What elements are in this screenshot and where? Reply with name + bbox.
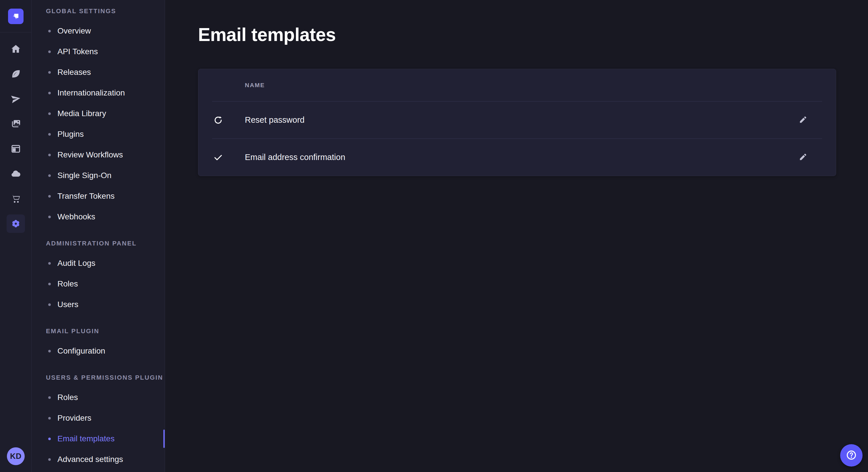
bullet-icon: [48, 174, 51, 177]
icon-rail: KD: [0, 0, 32, 472]
sidebar-item-review-workflows[interactable]: Review Workflows: [32, 144, 165, 165]
settings-icon[interactable]: [7, 214, 25, 233]
bullet-icon: [48, 195, 51, 198]
sidebar-item-audit-logs[interactable]: Audit Logs: [32, 253, 165, 274]
pencil-icon[interactable]: [795, 112, 811, 128]
main-content: Email templates NAME Reset password: [165, 0, 868, 472]
rail-divider: [0, 32, 32, 32]
check-icon: [212, 151, 224, 164]
sidebar-item-advanced-settings[interactable]: Advanced settings: [32, 449, 165, 470]
sidebar-item-admin-users[interactable]: Users: [32, 294, 165, 315]
bullet-icon: [48, 50, 51, 53]
sidebar-item-admin-roles[interactable]: Roles: [32, 274, 165, 294]
question-mark-icon: [846, 450, 857, 461]
section-title-global-settings: GLOBAL SETTINGS: [32, 7, 165, 15]
template-name: Reset password: [245, 115, 305, 125]
bullet-icon: [48, 283, 51, 285]
sidebar-item-providers[interactable]: Providers: [32, 408, 165, 429]
sidebar-item-overview[interactable]: Overview: [32, 21, 165, 41]
bullet-icon: [48, 350, 51, 352]
bullet-icon: [48, 458, 51, 461]
sidebar-item-email-templates[interactable]: Email templates: [32, 429, 165, 449]
content-type-builder-icon[interactable]: [7, 65, 25, 83]
home-icon[interactable]: [7, 40, 25, 58]
bullet-icon: [48, 262, 51, 265]
refresh-icon: [212, 114, 224, 126]
bullet-icon: [48, 154, 51, 156]
bullet-icon: [48, 112, 51, 115]
table-row-email-confirmation[interactable]: Email address confirmation: [198, 139, 836, 176]
bullet-icon: [48, 71, 51, 74]
bullet-icon: [48, 396, 51, 399]
bullet-icon: [48, 438, 51, 440]
settings-subnav: GLOBAL SETTINGS Overview API Tokens Rele…: [32, 0, 165, 472]
section-title-users-permissions-plugin: USERS & PERMISSIONS PLUGIN: [32, 373, 165, 382]
avatar-initials: KD: [10, 452, 22, 461]
pencil-icon[interactable]: [795, 149, 811, 165]
strapi-logo[interactable]: [8, 9, 24, 24]
cloud-icon[interactable]: [7, 165, 25, 183]
section-title-email-plugin: EMAIL PLUGIN: [32, 327, 165, 336]
bullet-icon: [48, 417, 51, 419]
sidebar-item-email-configuration[interactable]: Configuration: [32, 341, 165, 361]
active-indicator: [163, 430, 165, 448]
bullet-icon: [48, 133, 51, 136]
sidebar-item-up-roles[interactable]: Roles: [32, 387, 165, 408]
bullet-icon: [48, 216, 51, 218]
strapi-logo-mark: [11, 11, 21, 21]
bullet-icon: [48, 303, 51, 306]
name-column-header: NAME: [245, 82, 265, 89]
bullet-icon: [48, 92, 51, 94]
media-library-icon[interactable]: [7, 115, 25, 133]
sidebar-item-api-tokens[interactable]: API Tokens: [32, 41, 165, 62]
content-manager-icon[interactable]: [7, 140, 25, 158]
table-row-reset-password[interactable]: Reset password: [198, 102, 836, 138]
page-title: Email templates: [198, 24, 868, 45]
avatar[interactable]: KD: [7, 447, 25, 465]
sidebar-item-plugins[interactable]: Plugins: [32, 124, 165, 144]
sidebar-item-transfer-tokens[interactable]: Transfer Tokens: [32, 186, 165, 206]
table-header-row: NAME: [198, 69, 836, 101]
marketplace-icon[interactable]: [7, 190, 25, 208]
section-title-administration-panel: ADMINISTRATION PANEL: [32, 239, 165, 248]
template-name: Email address confirmation: [245, 153, 345, 162]
bullet-icon: [48, 30, 51, 32]
sidebar-item-single-sign-on[interactable]: Single Sign-On: [32, 165, 165, 186]
sidebar-item-webhooks[interactable]: Webhooks: [32, 206, 165, 227]
help-button[interactable]: [840, 444, 863, 467]
sidebar-item-internationalization[interactable]: Internationalization: [32, 82, 165, 103]
sidebar-item-releases[interactable]: Releases: [32, 62, 165, 82]
sidebar-item-media-library[interactable]: Media Library: [32, 103, 165, 124]
deploy-icon[interactable]: [7, 90, 25, 108]
email-templates-table: NAME Reset password: [198, 69, 836, 176]
